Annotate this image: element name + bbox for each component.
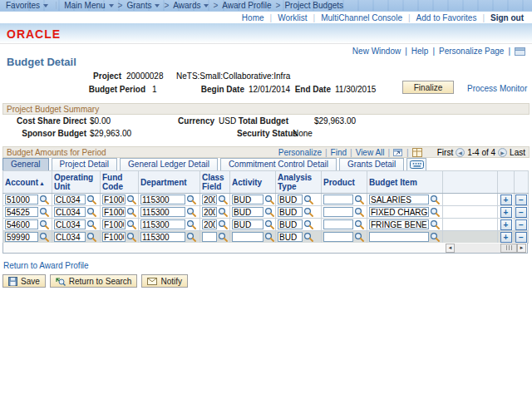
multichannel-console-link[interactable]: MultiChannel Console: [321, 13, 402, 22]
column-header-product[interactable]: Product: [322, 171, 367, 194]
personalize-link[interactable]: Personalize: [278, 148, 322, 157]
lookup-icon[interactable]: [86, 195, 96, 204]
delete-row-button[interactable]: −: [515, 207, 527, 218]
tab-general[interactable]: General: [2, 158, 49, 170]
tab-grants-detail[interactable]: Grants Detail: [339, 158, 404, 170]
add-row-button[interactable]: +: [500, 207, 512, 218]
lookup-icon[interactable]: [354, 219, 364, 229]
operating-unit-input[interactable]: [54, 219, 86, 229]
return-to-search-button[interactable]: Return to Search: [50, 274, 138, 288]
save-button[interactable]: Save: [2, 274, 46, 288]
lookup-icon[interactable]: [430, 219, 440, 229]
lookup-icon[interactable]: [126, 195, 136, 204]
lookup-icon[interactable]: [430, 207, 440, 217]
sign-out-link[interactable]: Sign out: [490, 13, 524, 22]
lookup-icon[interactable]: [218, 207, 228, 217]
column-header-account[interactable]: Account▲: [3, 171, 52, 194]
class-field-input[interactable]: [202, 232, 217, 242]
next-page-button[interactable]: ▶: [498, 148, 507, 157]
lookup-icon[interactable]: [186, 207, 196, 217]
lookup-icon[interactable]: [39, 232, 49, 242]
add-row-button[interactable]: +: [500, 195, 512, 205]
class-field-input[interactable]: [202, 207, 217, 217]
view-all-link[interactable]: View All: [356, 148, 385, 157]
lookup-icon[interactable]: [86, 219, 96, 229]
product-input[interactable]: [323, 219, 353, 229]
column-header-class-field[interactable]: Class Field: [200, 171, 230, 194]
lookup-icon[interactable]: [186, 232, 196, 242]
class-field-input[interactable]: [202, 219, 217, 229]
lookup-icon[interactable]: [264, 232, 274, 242]
lookup-icon[interactable]: [430, 195, 440, 204]
scrollbar-track[interactable]: [455, 244, 517, 253]
add-to-favorites-link[interactable]: Add to Favorites: [416, 13, 477, 22]
lookup-icon[interactable]: [86, 207, 96, 217]
find-link[interactable]: Find: [331, 148, 347, 157]
department-input[interactable]: [140, 207, 185, 217]
help-link[interactable]: Help: [411, 47, 429, 56]
notify-button[interactable]: Notify: [141, 274, 188, 288]
breadcrumb-award-profile[interactable]: Award Profile: [222, 1, 271, 10]
budget-item-input[interactable]: [369, 207, 429, 217]
operating-unit-input[interactable]: [54, 232, 86, 242]
lookup-icon[interactable]: [86, 232, 96, 242]
process-monitor-link[interactable]: Process Monitor: [467, 84, 527, 93]
budget-item-input[interactable]: [369, 232, 429, 242]
activity-input[interactable]: [232, 232, 264, 242]
operating-unit-input[interactable]: [54, 195, 86, 204]
horizontal-scrollbar[interactable]: ◄ ►: [446, 244, 526, 253]
lookup-icon[interactable]: [126, 232, 136, 242]
lookup-icon[interactable]: [303, 232, 313, 242]
budget-item-input[interactable]: [369, 219, 429, 229]
lookup-icon[interactable]: [186, 195, 196, 204]
lookup-icon[interactable]: [264, 219, 274, 229]
lookup-icon[interactable]: [218, 219, 228, 229]
activity-input[interactable]: [232, 207, 264, 217]
scroll-left-button[interactable]: ◄: [446, 244, 455, 253]
column-header-budget-item[interactable]: Budget Item: [367, 171, 443, 194]
product-input[interactable]: [323, 232, 353, 242]
personalize-page-link[interactable]: Personalize Page: [439, 47, 504, 56]
lookup-icon[interactable]: [303, 207, 313, 217]
activity-input[interactable]: [232, 195, 264, 204]
tab-commitment-control-detail[interactable]: Commitment Control Detail: [220, 158, 337, 170]
fund-code-input[interactable]: [102, 207, 126, 217]
account-input[interactable]: [5, 232, 38, 242]
class-field-input[interactable]: [202, 195, 217, 204]
worklist-link[interactable]: Worklist: [278, 13, 307, 22]
lookup-icon[interactable]: [264, 207, 274, 217]
lookup-icon[interactable]: [264, 195, 274, 204]
lookup-icon[interactable]: [39, 219, 49, 229]
lookup-icon[interactable]: [126, 207, 136, 217]
show-all-columns-button[interactable]: [406, 158, 426, 170]
column-header-fund-code[interactable]: Fund Code: [101, 171, 139, 194]
department-input[interactable]: [140, 219, 185, 229]
lookup-icon[interactable]: [39, 207, 49, 217]
breadcrumb-favorites[interactable]: Favorites: [6, 1, 48, 10]
department-input[interactable]: [140, 195, 185, 204]
tab-project-detail[interactable]: Project Detail: [52, 158, 117, 170]
product-input[interactable]: [323, 195, 353, 204]
lookup-icon[interactable]: [430, 232, 440, 242]
fund-code-input[interactable]: [102, 232, 126, 242]
lookup-icon[interactable]: [126, 219, 136, 229]
analysis-type-input[interactable]: [278, 219, 303, 229]
breadcrumb-awards[interactable]: Awards: [173, 1, 209, 10]
home-link[interactable]: Home: [242, 13, 264, 22]
tab-general-ledger-detail[interactable]: General Ledger Detail: [120, 158, 218, 170]
scrollbar-thumb[interactable]: [500, 244, 517, 253]
add-row-button[interactable]: +: [500, 232, 512, 243]
lookup-icon[interactable]: [303, 219, 313, 229]
budget-item-input[interactable]: [369, 195, 429, 204]
analysis-type-input[interactable]: [278, 195, 303, 204]
copy-url-icon[interactable]: [515, 47, 525, 56]
lookup-icon[interactable]: [354, 232, 364, 242]
lookup-icon[interactable]: [218, 195, 228, 204]
fund-code-input[interactable]: [102, 195, 126, 204]
delete-row-button[interactable]: −: [515, 195, 527, 205]
product-input[interactable]: [323, 207, 353, 217]
activity-input[interactable]: [232, 219, 264, 229]
download-icon[interactable]: [412, 148, 422, 157]
delete-row-button[interactable]: −: [515, 232, 527, 243]
lookup-icon[interactable]: [186, 219, 196, 229]
